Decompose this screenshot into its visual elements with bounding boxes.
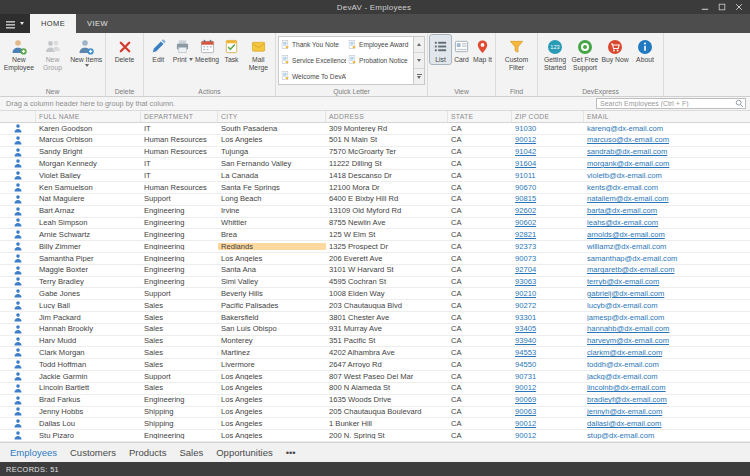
cell-email-link[interactable]: leahs@dx-email.com xyxy=(584,219,750,227)
cell-email-link[interactable]: nataliem@dx-email.com xyxy=(584,195,750,203)
cell-full-name[interactable]: Dallas Lou xyxy=(36,420,141,428)
table-row[interactable]: Lincoln BartlettSalesLos Angeles800 N Al… xyxy=(0,383,750,395)
cell-full-name[interactable]: Brad Farkus xyxy=(36,396,141,404)
cell-city[interactable]: Pacific Palisades xyxy=(218,302,326,310)
cell-full-name[interactable]: Arnie Schwartz xyxy=(36,231,141,239)
cell-department[interactable]: Engineering xyxy=(141,396,218,404)
cell-state[interactable]: CA xyxy=(448,361,512,369)
cell-zip-link[interactable]: 90272 xyxy=(512,302,584,310)
cell-zip-link[interactable]: 90210 xyxy=(512,290,584,298)
table-row[interactable]: Jim PackardSalesBakersfield3801 Chester … xyxy=(0,312,750,324)
cell-department[interactable]: IT xyxy=(141,172,218,180)
cell-department[interactable]: Engineering xyxy=(141,266,218,274)
minimize-icon[interactable] xyxy=(696,0,713,14)
cell-department[interactable]: Sales xyxy=(141,349,218,357)
cell-full-name[interactable]: Lincoln Bartlett xyxy=(36,384,141,392)
table-row[interactable]: Jackie GarminSupportLos Angeles807 West … xyxy=(0,371,750,383)
cell-full-name[interactable]: Billy Zimmer xyxy=(36,243,141,251)
cell-state[interactable]: CA xyxy=(448,384,512,392)
gallery-expand-icon[interactable] xyxy=(414,69,424,84)
cell-email-link[interactable]: margaretb@dx-email.com xyxy=(584,266,750,274)
quick-letter-item[interactable]: Welcome To DevAV xyxy=(279,68,346,84)
cell-department[interactable]: Human Resources xyxy=(141,148,218,156)
search-input[interactable] xyxy=(597,100,733,107)
cell-address[interactable]: 351 Pacific St xyxy=(326,337,448,345)
cell-department[interactable]: Engineering xyxy=(141,255,218,263)
cell-email-link[interactable]: jamesp@dx-email.com xyxy=(584,314,750,322)
cell-state[interactable]: CA xyxy=(448,373,512,381)
meeting-button[interactable]: Meeting xyxy=(195,35,219,64)
cell-city[interactable]: Los Angeles xyxy=(218,255,326,263)
cell-zip-link[interactable]: 90602 xyxy=(512,219,584,227)
table-row[interactable]: Todd HoffmanSalesLivermore2647 Arroyo Rd… xyxy=(0,359,750,371)
cell-state[interactable]: CA xyxy=(448,184,512,192)
bottom-tab-employees[interactable]: Employees xyxy=(10,447,57,458)
table-row[interactable]: Billy ZimmerEngineeringRedlands1325 Pros… xyxy=(0,241,750,253)
cell-state[interactable]: CA xyxy=(448,125,512,133)
cell-zip-link[interactable]: 92602 xyxy=(512,207,584,215)
bottom-tab-more[interactable]: ••• xyxy=(286,447,296,458)
cell-email-link[interactable]: hannahb@dx-email.com xyxy=(584,325,750,333)
cell-email-link[interactable]: williamz@dx-email.com xyxy=(584,243,750,251)
tab-home[interactable]: HOME xyxy=(30,14,76,33)
cell-state[interactable]: CA xyxy=(448,243,512,251)
cell-city[interactable]: Los Angeles xyxy=(218,373,326,381)
cell-zip-link[interactable]: 90073 xyxy=(512,255,584,263)
cell-zip-link[interactable]: 90012 xyxy=(512,420,584,428)
cell-state[interactable]: CA xyxy=(448,337,512,345)
cell-city[interactable]: San Luis Obispo xyxy=(218,325,326,333)
cell-city[interactable]: Los Angeles xyxy=(218,384,326,392)
cell-department[interactable]: Shipping xyxy=(141,420,218,428)
column-header-email[interactable]: EMAIL xyxy=(584,111,750,122)
cell-email-link[interactable]: clarkm@dx-email.com xyxy=(584,349,750,357)
cell-department[interactable]: Sales xyxy=(141,361,218,369)
maximize-icon[interactable] xyxy=(713,0,730,14)
cell-state[interactable]: CA xyxy=(448,396,512,404)
cell-state[interactable]: CA xyxy=(448,302,512,310)
cell-address[interactable]: 1 Bunker Hill xyxy=(326,420,448,428)
cell-department[interactable]: Engineering xyxy=(141,432,218,440)
cell-state[interactable]: CA xyxy=(448,160,512,168)
cell-department[interactable]: Support xyxy=(141,290,218,298)
cell-full-name[interactable]: Jackie Garmin xyxy=(36,373,141,381)
cell-email-link[interactable]: toddh@dx-email.com xyxy=(584,361,750,369)
cell-address[interactable]: 2647 Arroyo Rd xyxy=(326,361,448,369)
table-row[interactable]: Maggie BoxterEngineeringSanta Ana3101 W … xyxy=(0,265,750,277)
cell-full-name[interactable]: Todd Hoffman xyxy=(36,361,141,369)
column-header-address[interactable]: ADDRESS xyxy=(326,111,448,122)
cell-department[interactable]: Human Resources xyxy=(141,184,218,192)
cell-address[interactable]: 12100 Mora Dr xyxy=(326,184,448,192)
cell-department[interactable]: Engineering xyxy=(141,219,218,227)
cell-full-name[interactable]: Lucy Ball xyxy=(36,302,141,310)
cell-department[interactable]: Engineering xyxy=(141,243,218,251)
cell-department[interactable]: Support xyxy=(141,373,218,381)
table-row[interactable]: Harv MuddSalesMonterey351 Pacific StCA93… xyxy=(0,336,750,348)
cell-zip-link[interactable]: 92704 xyxy=(512,266,584,274)
cell-full-name[interactable]: Violet Bailey xyxy=(36,172,141,180)
table-row[interactable]: Bart ArnazEngineeringIrvine13109 Old Myf… xyxy=(0,206,750,218)
column-header-department[interactable]: DEPARTMENT xyxy=(141,111,218,122)
cell-full-name[interactable]: Leah Simpson xyxy=(36,219,141,227)
custom-filter-button[interactable]: Custom Filter xyxy=(498,35,535,72)
cell-department[interactable]: Sales xyxy=(141,325,218,333)
cell-zip-link[interactable]: 92373 xyxy=(512,243,584,251)
cell-full-name[interactable]: Stu Pizaro xyxy=(36,432,141,440)
table-row[interactable]: Violet BaileyITLa Canada1418 Descanso Dr… xyxy=(0,170,750,182)
cell-email-link[interactable]: harveym@dx-email.com xyxy=(584,337,750,345)
cell-zip-link[interactable]: 90063 xyxy=(512,408,584,416)
cell-city[interactable]: Los Angeles xyxy=(218,432,326,440)
cell-state[interactable]: CA xyxy=(448,266,512,274)
table-row[interactable]: Samantha PiperEngineeringLos Angeles206 … xyxy=(0,253,750,265)
cell-department[interactable]: Engineering xyxy=(141,231,218,239)
table-row[interactable]: Gabe JonesSupportBeverly Hills1008 Elden… xyxy=(0,288,750,300)
cell-zip-link[interactable]: 94553 xyxy=(512,349,584,357)
table-row[interactable]: Terry BradleyEngineeringSimi Valley4595 … xyxy=(0,277,750,289)
cell-city[interactable]: Simi Valley xyxy=(218,278,326,286)
cell-zip-link[interactable]: 90012 xyxy=(512,432,584,440)
cell-email-link[interactable]: barta@dx-email.com xyxy=(584,207,750,215)
cell-email-link[interactable]: gabrielj@dx-email.com xyxy=(584,290,750,298)
cell-full-name[interactable]: Nat Maguiere xyxy=(36,195,141,203)
cell-state[interactable]: CA xyxy=(448,255,512,263)
cell-full-name[interactable]: Bart Arnaz xyxy=(36,207,141,215)
cell-address[interactable]: 800 N Alameda St xyxy=(326,384,448,392)
